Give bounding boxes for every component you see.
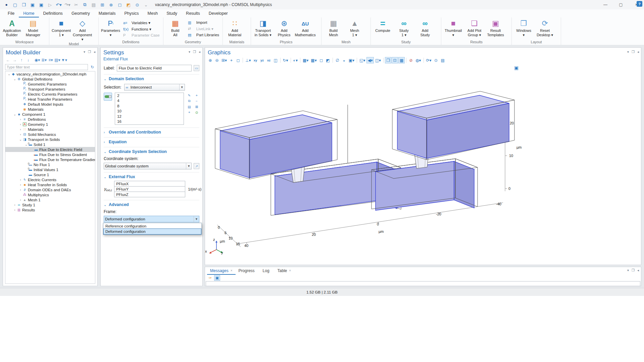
refresh-icon[interactable]: ↻ <box>89 64 95 70</box>
environment-icon[interactable]: ◍▾ <box>414 57 422 63</box>
remove-from-selection-icon[interactable]: − <box>194 98 199 104</box>
label-input[interactable] <box>117 65 192 71</box>
panel-menu-icon[interactable]: ▾ <box>189 50 190 54</box>
tab-progress[interactable]: Progress <box>236 267 260 275</box>
expand-arrow[interactable]: ⌄ <box>7 72 11 76</box>
scene-light-icon[interactable]: ◐▾ <box>292 57 299 63</box>
view-yz-icon[interactable]: yz <box>259 57 265 63</box>
expand-arrow[interactable]: › <box>19 183 22 187</box>
menu-home[interactable]: Home <box>19 9 39 17</box>
back-icon[interactable]: ← <box>5 57 11 63</box>
tree-item[interactable]: ▬ No Flux 1 <box>5 162 95 167</box>
color-table-icon[interactable]: ▩▾ <box>302 57 309 63</box>
separator[interactable] <box>32 57 34 63</box>
default-view-icon[interactable]: ◫ <box>273 57 279 63</box>
tree-item[interactable]: › ■ Heat Transfer in Solids <box>5 182 95 187</box>
compute-button[interactable]: = Compute <box>372 18 393 40</box>
application-builder-button[interactable]: A ApplicationBuilder <box>1 18 22 40</box>
tree-item[interactable]: › A Geometry 1 <box>5 122 95 127</box>
flux-expression-input[interactable] <box>114 192 185 197</box>
plot-in-window-icon[interactable]: ❐ <box>385 57 391 63</box>
tree-item[interactable]: ▬ Flux Due to Temperature Gradient <box>5 157 95 162</box>
expand-arrow[interactable]: › <box>19 128 22 131</box>
sound-icon[interactable]: ◀▾ <box>366 57 374 63</box>
delete-icon[interactable]: ⊗ <box>107 1 115 9</box>
cut-icon[interactable]: ✂ <box>72 1 81 9</box>
filter-icon[interactable]: ▼▾ <box>61 57 67 63</box>
clear-log-icon[interactable]: ✑ <box>207 275 213 281</box>
override-header[interactable]: › Override and Contribution <box>104 130 199 135</box>
add-to-selection-icon[interactable]: + <box>194 93 199 98</box>
table-window-icon[interactable]: ▦ <box>398 57 405 63</box>
tree-item[interactable]: P Electric Currents Parameters <box>5 92 95 97</box>
expand-arrow[interactable]: ⌄ <box>13 113 16 116</box>
menu-physics[interactable]: Physics <box>120 9 143 17</box>
copy-selection-icon[interactable]: ⧉ <box>187 98 192 104</box>
go-to-view-icon[interactable]: ⊥▾ <box>244 57 252 63</box>
panel-menu-icon[interactable]: ▾ <box>84 50 85 54</box>
expand-arrow[interactable]: › <box>19 118 22 121</box>
separator[interactable] <box>299 57 301 63</box>
zoom-selected-icon[interactable]: ◻ <box>235 57 241 63</box>
domain-list-item[interactable]: 8 <box>115 103 184 109</box>
menu-results[interactable]: Results <box>182 9 204 17</box>
menu-file[interactable]: File <box>3 9 19 17</box>
select-in-graphics-icon[interactable]: ⌖ <box>187 110 192 115</box>
part-libraries-button[interactable]: ▤ Part Libraries <box>188 33 219 37</box>
save-icon[interactable]: ▣ <box>28 1 37 9</box>
menu-study[interactable]: Study <box>162 9 182 17</box>
help-icon[interactable]: ? <box>637 1 642 7</box>
undo-icon[interactable]: ↶▾ <box>54 1 63 9</box>
tree-item[interactable]: › ∞ Study 1 <box>5 202 95 207</box>
tree-item[interactable]: ⌄ ■ Component 1 <box>5 112 95 117</box>
close-tab-icon[interactable]: × <box>231 269 233 272</box>
domain-selection-header[interactable]: ⌄ Domain Selection <box>104 76 199 81</box>
tree-item[interactable]: › ∷ Materials <box>5 127 95 132</box>
tree-item[interactable]: P Geometric Parameters <box>5 82 95 87</box>
separator[interactable] <box>382 57 385 63</box>
tree-item[interactable]: › ▲ Mesh 1 <box>5 197 95 202</box>
reset-desktop-button[interactable]: ⟳ ResetDesktop ▾ <box>534 18 555 40</box>
parameter-case-button[interactable]: P Parameter Case <box>123 33 160 37</box>
zoom-out-icon[interactable]: ⊖ <box>214 57 220 63</box>
tree-item[interactable]: ▬ Flux Due to Electric Field <box>5 147 95 152</box>
view-xz-icon[interactable]: xz <box>266 57 272 63</box>
domain-list-item[interactable]: 2 <box>115 93 184 98</box>
flux-expression-input[interactable] <box>114 181 185 187</box>
model-manager-button[interactable]: ▤ ModelManager <box>22 18 44 40</box>
coordinate-system-header[interactable]: ⌄ Coordinate System Selection <box>104 149 199 154</box>
plot-panel-icon[interactable]: ▣ <box>514 65 518 70</box>
forward-icon[interactable]: → <box>12 57 18 63</box>
tree-item[interactable]: › ϟ Electric Currents <box>5 177 95 182</box>
transport-in-solids-button[interactable]: ◨ Transportin Solids ▾ <box>252 18 274 40</box>
separator[interactable] <box>290 57 292 63</box>
run-icon[interactable]: ▷ <box>46 1 54 9</box>
new-file-icon[interactable]: ▢ <box>11 1 19 9</box>
panel-dock-icon[interactable]: ◂ <box>94 50 95 54</box>
paste-icon[interactable]: ▤ <box>89 1 98 9</box>
tree-item[interactable]: › ∂ Domain ODEs and DAEs <box>5 187 95 192</box>
panel-float-icon[interactable]: ❐ <box>632 268 635 272</box>
external-flux-header[interactable]: ⌄ External Flux <box>104 174 199 179</box>
wireframe-icon[interactable]: ◫▾ <box>374 57 382 63</box>
active-toggle-button[interactable] <box>104 93 112 101</box>
print-icon[interactable]: ▤ <box>440 57 446 63</box>
tree-item[interactable]: › ▥ Results <box>5 207 95 212</box>
tree-item[interactable]: ⌄ ⊕ Global Definitions <box>5 76 95 82</box>
snapshot-icon[interactable]: ⊙ <box>433 57 439 63</box>
parameters-button[interactable]: P Parameters▾ <box>100 18 121 40</box>
rotate-view-icon[interactable]: ↻▾ <box>282 57 289 63</box>
tree-item[interactable]: › ⊟ Solid Mechanics <box>5 132 95 137</box>
disable-updates-icon[interactable]: ⊘ <box>408 57 414 63</box>
tree-item[interactable]: ▬ Source 1 <box>5 172 95 177</box>
open-in-window-icon[interactable]: ▣ <box>214 275 220 281</box>
add-physics-button[interactable]: ⊛ AddPhysics <box>274 18 295 40</box>
expand-all-icon[interactable]: ≣▾ <box>41 57 47 63</box>
windows-button[interactable]: ❐ Windows▾ <box>513 18 534 40</box>
add-plot-group-button[interactable]: ❏ Add PlotGroup ▾ <box>464 18 485 40</box>
add-study-button[interactable]: ∞ AddStudy <box>414 18 436 40</box>
expand-arrow[interactable]: › <box>19 188 22 192</box>
image-export-icon[interactable]: ▣▾ <box>348 57 355 63</box>
separator[interactable] <box>279 57 282 63</box>
select-frame-icon[interactable]: ◻ <box>115 1 124 9</box>
